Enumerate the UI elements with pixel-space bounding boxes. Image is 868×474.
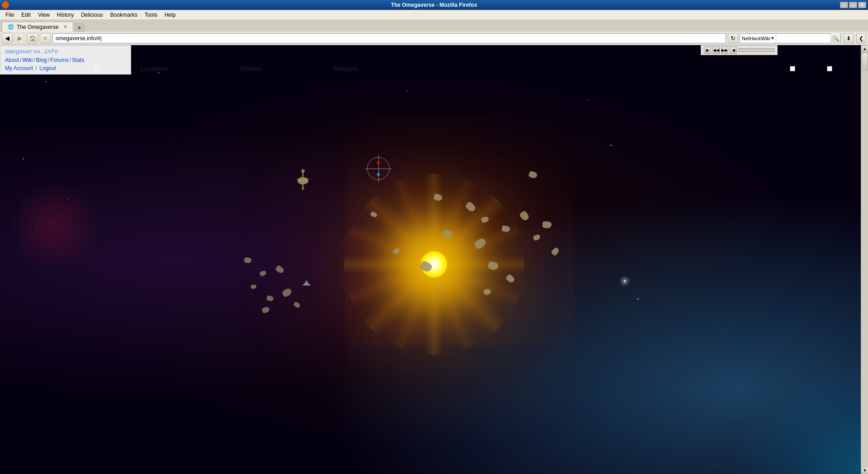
menu-file[interactable]: File xyxy=(2,11,18,19)
game-nav-missions[interactable]: Missions xyxy=(297,63,394,74)
titlebar-controls: _ □ ✕ xyxy=(840,2,866,8)
sun xyxy=(389,219,479,310)
sep2: / xyxy=(33,57,35,63)
star xyxy=(610,145,612,146)
sidebar-toggle-button[interactable]: ❮ xyxy=(856,33,866,43)
star xyxy=(565,181,566,181)
station-svg xyxy=(294,167,312,190)
scroll-down-button[interactable]: ▼ xyxy=(861,467,868,474)
sep5: / xyxy=(35,65,38,71)
menu-help[interactable]: Help xyxy=(161,11,179,19)
reload-button[interactable]: ↻ xyxy=(728,33,738,43)
menu-delicious[interactable]: Delicious xyxy=(77,11,107,19)
small-ship xyxy=(302,280,311,288)
nav-links: About / Wiki / Blog / Forums / Stats xyxy=(5,57,126,63)
nav-forums[interactable]: Forums xyxy=(50,57,69,63)
toggle-axis-item[interactable]: toggle axis xyxy=(790,66,822,72)
downloads-button[interactable]: ⬇ xyxy=(844,33,854,43)
scroll-up-button[interactable]: ▲ xyxy=(861,45,868,52)
toggle-controls: toggle axis toggle grid xyxy=(790,66,859,72)
media-player-bar: ▶ ◀◀ ▶▶ ◀ xyxy=(701,45,778,55)
star-bright xyxy=(624,280,626,282)
star xyxy=(23,158,24,160)
star xyxy=(633,226,633,226)
minimize-button[interactable]: _ xyxy=(840,2,848,8)
logout-link[interactable]: Logout xyxy=(39,65,56,71)
maximize-button[interactable]: □ xyxy=(849,2,857,8)
star xyxy=(45,81,46,82)
menu-view[interactable]: View xyxy=(34,11,53,19)
star xyxy=(497,77,498,77)
reticle-dot-red xyxy=(377,161,380,164)
reticle-dot-blue xyxy=(377,173,380,176)
back-button[interactable]: ◀ xyxy=(2,33,13,44)
media-play-button[interactable]: ▶ xyxy=(704,47,711,54)
titlebar: The Omegaverse - Mozilla Firefox _ □ ✕ xyxy=(0,0,868,10)
overlay-panel: omegaverse.info About / Wiki / Blog / Fo… xyxy=(0,45,131,75)
small-ship-svg xyxy=(302,280,311,287)
nav-wiki[interactable]: Wiki xyxy=(23,57,33,63)
search-engine-selector[interactable]: NetHackWiki ▾ xyxy=(740,34,776,43)
menu-edit[interactable]: Edit xyxy=(18,11,34,19)
address-bar[interactable] xyxy=(52,33,726,43)
media-prev-button[interactable]: ◀◀ xyxy=(712,47,720,54)
tabbar: 🌐 The Omegaverse ✕ + xyxy=(0,20,868,32)
my-account-link[interactable]: My Account xyxy=(5,65,33,71)
close-button[interactable]: ✕ xyxy=(858,2,866,8)
navbar: ◀ ▶ 🏠 ☆ ↻ NetHackWiki ▾ 🔍 ⬇ ❮ xyxy=(0,32,868,45)
star xyxy=(36,226,37,227)
nav-blog[interactable]: Blog xyxy=(36,57,47,63)
bookmark-page-button[interactable]: ☆ xyxy=(40,33,51,44)
star xyxy=(637,298,639,300)
active-tab[interactable]: 🌐 The Omegaverse ✕ xyxy=(2,22,73,32)
toggle-axis-label: toggle axis xyxy=(797,66,822,72)
toggle-grid-checkbox[interactable] xyxy=(827,66,832,71)
search-input[interactable] xyxy=(776,35,830,42)
forward-button[interactable]: ▶ xyxy=(14,33,25,44)
main-content: ▶ ◀◀ ▶▶ ◀ xyxy=(0,45,868,474)
media-stop-button[interactable]: ◀ xyxy=(730,47,737,54)
space-scene[interactable] xyxy=(0,45,868,474)
page: ▶ ◀◀ ▶▶ ◀ xyxy=(0,45,868,474)
tab-close-icon[interactable]: ✕ xyxy=(63,24,67,30)
new-tab-button[interactable]: + xyxy=(75,23,84,32)
tab-label: The Omegaverse xyxy=(17,24,59,30)
search-go-button[interactable]: 🔍 xyxy=(830,33,840,43)
titlebar-left xyxy=(2,1,11,9)
toggle-axis-checkbox[interactable] xyxy=(790,66,795,71)
titlebar-title: The Omegaverse - Mozilla Firefox xyxy=(391,2,477,8)
star xyxy=(217,113,217,113)
account-links: My Account / Logout xyxy=(5,65,126,71)
scroll-track[interactable] xyxy=(861,52,868,467)
menu-bookmarks[interactable]: Bookmarks xyxy=(107,11,141,19)
search-engine-dropdown-icon: ▾ xyxy=(771,35,774,41)
toggle-grid-item[interactable]: toggle grid xyxy=(827,66,859,72)
site-title: omegaverse.info xyxy=(5,48,126,55)
sep3: / xyxy=(48,57,49,63)
star xyxy=(90,99,91,100)
volume-slider[interactable] xyxy=(738,48,774,52)
space-station xyxy=(294,167,312,192)
nav-stats[interactable]: Stats xyxy=(72,57,84,63)
toggle-grid-label: toggle grid xyxy=(834,66,859,72)
svg-point-6 xyxy=(302,188,304,190)
svg-point-3 xyxy=(301,169,305,173)
scrollbar: ▲ ▼ xyxy=(861,45,868,474)
star xyxy=(407,90,408,91)
firefox-icon xyxy=(2,1,9,9)
game-nav-entities[interactable]: Entities xyxy=(204,63,297,74)
sep1: / xyxy=(20,57,21,63)
nav-about[interactable]: About xyxy=(5,57,19,63)
menu-history[interactable]: History xyxy=(53,11,77,19)
sep4: / xyxy=(70,57,71,63)
home-button[interactable]: 🏠 xyxy=(27,33,38,44)
star xyxy=(68,199,69,200)
menubar: File Edit View History Delicious Bookmar… xyxy=(0,10,868,20)
star xyxy=(588,99,589,100)
game-nav-links: Locations Entities Missions xyxy=(105,63,394,74)
search-engine-label: NetHackWiki xyxy=(742,36,770,41)
search-bar-container: NetHackWiki ▾ 🔍 xyxy=(740,33,841,43)
media-next-button[interactable]: ▶▶ xyxy=(721,47,728,54)
target-reticle xyxy=(367,157,390,180)
menu-tools[interactable]: Tools xyxy=(141,11,161,19)
